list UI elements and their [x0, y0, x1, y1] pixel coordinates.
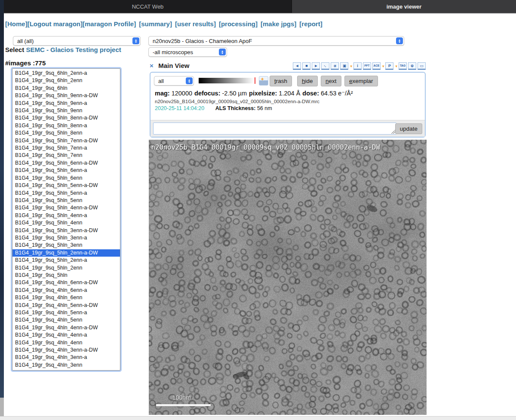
session-select[interactable]: n20nov25b - Glacios - Chameleon ApoF ▲▼: [148, 36, 404, 46]
resize-icon-glyph: ↔: [323, 63, 329, 69]
list-item[interactable]: B1G4_19gr_9sq_5hln_2enn-a: [12, 257, 120, 264]
next-button[interactable]: next: [321, 76, 341, 86]
save-image-icon[interactable]: ▣: [340, 62, 348, 70]
list-item[interactable]: B1G4_19gr_9sq_5hln_4enn-a-DW: [12, 204, 120, 212]
list-item[interactable]: B1G4_19gr_9sq_5hln_5enn: [12, 197, 120, 204]
tab-image-viewer[interactable]: image viewer: [292, 0, 516, 13]
list-item[interactable]: B1G4_19gr_9sq_4hln_3enn-a: [12, 354, 120, 361]
list-item[interactable]: B1G4_19gr_9sq_5hln_9enn-a: [12, 100, 120, 107]
trash-button[interactable]: trash: [270, 76, 292, 86]
preset-select[interactable]: all (all) ▲▼: [13, 36, 141, 46]
exemplar-button[interactable]: exemplar: [344, 76, 378, 86]
target-icon[interactable]: ⊕: [408, 62, 416, 70]
list-item[interactable]: B1G4_19gr_9sq_5hln_8enn-a: [12, 122, 120, 129]
list-item[interactable]: B1G4_19gr_9sq_5hln_5enn-a: [12, 190, 120, 197]
list-item[interactable]: B1G4_19gr_9sq_5hln_7enn: [12, 152, 120, 159]
list-item[interactable]: B1G4_19gr_9sq_5hln_7enn-a: [12, 144, 120, 152]
project-select-line: Select SEMC - Glacios Testing project: [5, 46, 121, 53]
stop-icon-glyph: ■: [305, 64, 307, 68]
list-item[interactable]: B1G4_19gr_9sq_5hln_3enn-a-DW: [12, 227, 120, 234]
info-icon[interactable]: i: [353, 62, 362, 70]
nav-link-Logout-maragon[interactable]: [Logout maragon]: [28, 20, 83, 28]
dropdown-arrow-icon[interactable]: ▾: [382, 64, 384, 68]
prev-icon[interactable]: ◄: [293, 62, 301, 70]
tag-icon[interactable]: TAG: [399, 62, 407, 70]
page-bottom-strip: [0, 416, 516, 420]
list-item[interactable]: B1G4_19gr_9sq_5hln: [12, 272, 120, 279]
list-item[interactable]: B1G4_19gr_9sq_5hln_4enn-a: [12, 212, 120, 219]
micrograph-image[interactable]: [149, 140, 427, 415]
list-item[interactable]: B1G4_19gr_9sq_4hln_3enn-a-DW: [12, 346, 120, 354]
nav-link-maragon-Profile[interactable]: [maragon Profile]: [83, 20, 136, 28]
list-item[interactable]: B1G4_19gr_9sq_4hln_5enn: [12, 316, 120, 324]
list-item[interactable]: B1G4_19gr_9sq_4hln_5enn-a: [12, 309, 120, 316]
snapshot-icon[interactable]: [259, 76, 268, 86]
list-item[interactable]: B1G4_19gr_9sq_5hln_3enn: [12, 242, 120, 249]
list-item[interactable]: B1G4_19gr_9sq_4hln_4enn-a: [12, 331, 120, 339]
nav-link-summary[interactable]: [summary]: [139, 20, 172, 28]
list-item[interactable]: B1G4_19gr_9sq_5hln_5enn-a-DW: [12, 182, 120, 189]
nav-link-Home[interactable]: [Home]: [5, 20, 28, 28]
comment-input[interactable]: [153, 123, 396, 135]
ace-icon-glyph: ACE: [374, 64, 380, 67]
meta-pixelsize: pixelsize: 1.204 Å: [249, 90, 300, 97]
nav-link-user-results[interactable]: [user results]: [175, 20, 216, 28]
list-item[interactable]: B1G4_19gr_9sq_5hln_6enn-a-DW: [12, 159, 120, 167]
update-button[interactable]: update: [395, 123, 422, 134]
nav-link-make-jpgs[interactable]: [make jpgs]: [261, 20, 296, 28]
play-icon-glyph: ►: [314, 64, 318, 68]
image-filename: n20nov25b_B1G4_00019gr_00009sq_v02_00005…: [155, 99, 319, 104]
list-item[interactable]: B1G4_19gr_9sq_5hln_4enn: [12, 219, 120, 227]
list-item[interactable]: B1G4_19gr_9sq_5hln_6enn: [12, 175, 120, 182]
list-item[interactable]: B1G4_19gr_9sq_5hln_3enn-a: [12, 234, 120, 242]
nav-links: [Home][Logout maragon][maragon Profile][…: [5, 20, 392, 29]
meta-dose: dose: 64.53 e⁻/Å²: [302, 90, 353, 97]
image-listbox[interactable]: B1G4_19gr_9sq_6hln_2enn-aB1G4_19gr_9sq_6…: [12, 68, 120, 371]
nav-link-report[interactable]: [report]: [299, 20, 322, 28]
preset-select-value: all (all): [17, 38, 132, 44]
microscope-select[interactable]: -all microscopes ▲▼: [148, 47, 227, 57]
hide-button[interactable]: hide: [297, 76, 318, 86]
play-icon[interactable]: ►: [312, 62, 320, 70]
dropdown-arrow-icon[interactable]: ▾: [350, 64, 352, 68]
ace-icon[interactable]: ACE: [372, 62, 381, 70]
fft-icon[interactable]: FFT: [363, 62, 371, 70]
thickness-label: ALS Thickness:: [215, 105, 256, 111]
list-item[interactable]: B1G4_19gr_9sq_5hln_7enn-a-DW: [12, 137, 120, 144]
image-count-label: #images :775: [5, 59, 46, 67]
resize-icon[interactable]: ↔: [321, 62, 329, 70]
list-item[interactable]: B1G4_19gr_9sq_5hln_8enn: [12, 129, 120, 137]
main-view-toolbar: ◄■►↔α▣▾iFFTACE▾P▾TAG⊕▭: [293, 62, 426, 70]
micrograph-title-overlay: n20nov25b_B1G4_00019gr_00009sq_v02_00005…: [151, 144, 426, 151]
list-item[interactable]: B1G4_19gr_9sq_5hln_6enn-a: [12, 167, 120, 174]
list-item[interactable]: B1G4_19gr_9sq_5hln_9enn: [12, 107, 120, 114]
list-item[interactable]: B1G4_19gr_9sq_5hln_2enn: [12, 264, 120, 272]
dropdown-arrow-icon[interactable]: ▾: [395, 64, 397, 68]
particle-pick-icon[interactable]: P: [385, 62, 393, 70]
display-filter-select[interactable]: all ▲▼: [154, 76, 194, 86]
save-image-icon-glyph: ▣: [343, 64, 347, 68]
list-item[interactable]: B1G4_19gr_9sq_4hln_4enn: [12, 339, 120, 346]
list-item[interactable]: B1G4_19gr_9sq_4hln_6enn: [12, 294, 120, 301]
contrast-gradient-bar[interactable]: [199, 78, 254, 83]
list-item[interactable]: B1G4_19gr_9sq_6hln: [12, 85, 120, 92]
list-item[interactable]: B1G4_19gr_9sq_6hln_2enn-a: [12, 70, 120, 77]
project-link[interactable]: SEMC - Glacios Testing project: [26, 46, 121, 53]
list-item[interactable]: B1G4_19gr_9sq_4hln_6enn-a: [12, 287, 120, 294]
list-item[interactable]: B1G4_19gr_9sq_4hln_4enn-a-DW: [12, 324, 120, 331]
list-item[interactable]: B1G4_19gr_9sq_4hln_6enn-a-DW: [12, 279, 120, 286]
list-item[interactable]: B1G4_19gr_9sq_4hln_5enn-a-DW: [12, 302, 120, 309]
ruler-icon[interactable]: ▭: [418, 62, 426, 70]
tab-nccat-web[interactable]: NCCAT Web: [4, 0, 292, 13]
list-item[interactable]: B1G4_19gr_9sq_5hln_8enn-a-DW: [12, 114, 120, 122]
list-item[interactable]: B1G4_19gr_9sq_6hln_2enn: [12, 77, 120, 84]
nav-link-processing[interactable]: [processing]: [219, 20, 258, 28]
meta-label: dose:: [302, 90, 321, 97]
list-item[interactable]: B1G4_19gr_9sq_5hln_2enn-a-DW: [12, 249, 120, 257]
image-timestamp-row: 2020-25-11 14:04:20 ALS Thickness: 56 nm: [155, 105, 272, 111]
list-item[interactable]: B1G4_19gr_9sq_4hln_3enn: [12, 362, 120, 369]
close-icon[interactable]: ×: [150, 62, 154, 69]
alpha-icon[interactable]: α: [331, 62, 339, 70]
stop-icon[interactable]: ■: [302, 62, 310, 70]
list-item[interactable]: B1G4_19gr_9sq_5hln_9enn-a-DW: [12, 92, 120, 99]
